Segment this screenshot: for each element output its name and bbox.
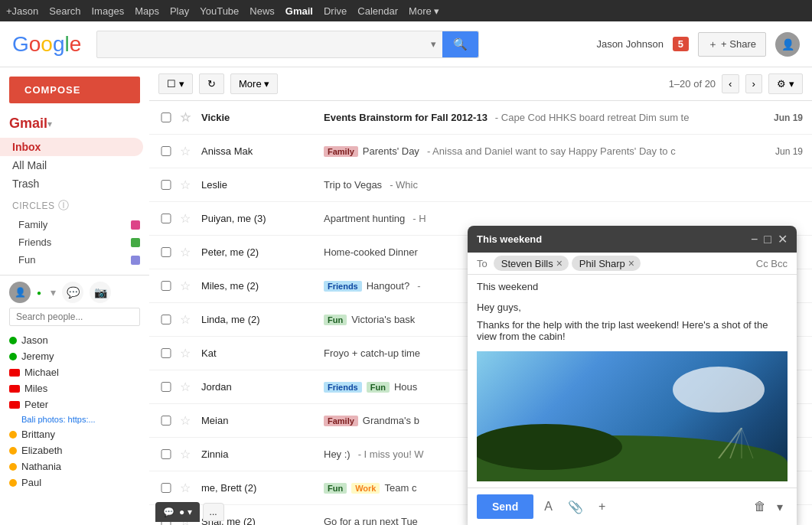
email-checkbox[interactable] (158, 449, 174, 459)
compose-to-input[interactable] (644, 258, 753, 269)
nathania-status-icon (9, 463, 17, 471)
font-formatting-button[interactable]: A (540, 497, 557, 517)
star-icon[interactable]: ☆ (180, 481, 195, 495)
brittany-name: Brittany (21, 429, 55, 440)
expand-icon[interactable]: □ (764, 233, 771, 246)
prev-page-button[interactable]: ‹ (722, 74, 739, 93)
select-all-button[interactable]: ☐ ▾ (158, 73, 193, 94)
person-item-nathania[interactable]: Nathania (9, 458, 140, 474)
settings-button[interactable]: ⚙ ▾ (768, 73, 803, 94)
topbar-calendar[interactable]: Calendar (357, 5, 398, 17)
email-checkbox[interactable] (158, 247, 174, 257)
peter-note: Bali photos: https:... (9, 415, 96, 424)
topbar-search[interactable]: Search (49, 5, 80, 17)
email-checkbox[interactable] (158, 416, 174, 426)
email-checkbox[interactable] (158, 214, 174, 223)
topbar-maps[interactable]: Maps (135, 5, 159, 17)
person-item-brittany[interactable]: Brittany (9, 426, 140, 442)
sidebar-circle-fun[interactable]: Fun (0, 251, 149, 269)
insert-icon: + (598, 500, 605, 513)
person-item-jason[interactable]: Jason (9, 332, 140, 348)
insert-link-button[interactable]: + (594, 497, 610, 517)
table-row[interactable]: ☆ Leslie Trip to Vegas - Whic (149, 168, 812, 202)
refresh-icon: ↻ (207, 78, 216, 90)
person-item-jeremy[interactable]: Jeremy (9, 348, 140, 364)
search-dropdown-button[interactable]: ▾ (425, 38, 442, 50)
person-item-elizabeth[interactable]: Elizabeth (9, 442, 140, 458)
email-checkbox[interactable] (158, 112, 174, 122)
topbar-news[interactable]: News (249, 5, 275, 17)
email-checkbox[interactable] (158, 315, 174, 324)
share-button[interactable]: ＋ + Share (698, 32, 766, 57)
star-icon[interactable]: ☆ (180, 447, 195, 461)
sidebar-item-allmail[interactable]: All Mail (0, 156, 143, 174)
elizabeth-name: Elizabeth (21, 445, 62, 456)
topbar-drive[interactable]: Drive (324, 5, 347, 17)
email-checkbox[interactable] (158, 180, 174, 190)
email-subject: Froyo + catch-up time (324, 347, 420, 359)
topbar-play[interactable]: Play (170, 5, 189, 17)
sidebar-circle-family[interactable]: Family (0, 216, 149, 233)
notification-badge[interactable]: 5 (673, 37, 689, 51)
topbar-gmail[interactable]: Gmail (285, 5, 313, 17)
email-checkbox[interactable] (158, 483, 174, 493)
sidebar-circle-friends[interactable]: Friends (0, 233, 149, 251)
chat-button[interactable]: 💬 (62, 282, 83, 303)
person-item-peter[interactable]: Peter Bali photos: https:... (9, 396, 140, 426)
sidebar-item-inbox[interactable]: Inbox (0, 138, 143, 156)
email-subject-snippet: Apartment hunting - H (324, 213, 757, 224)
email-subject-snippet: Family Parents' Day - Anissa and Daniel … (324, 145, 757, 157)
remove-recipient-icon[interactable]: × (628, 257, 634, 269)
gmail-menu[interactable]: Gmail ▾ (0, 112, 149, 138)
star-icon[interactable]: ☆ (180, 178, 195, 192)
table-row[interactable]: ☆ Vickie Events Brainstorm for Fall 2012… (149, 101, 812, 135)
next-page-button[interactable]: › (745, 74, 762, 93)
topbar-images[interactable]: Images (92, 5, 125, 17)
avatar[interactable]: 👤 (775, 32, 800, 57)
compose-header[interactable]: This weekend − □ ✕ (468, 226, 797, 253)
refresh-button[interactable]: ↻ (199, 73, 224, 94)
email-checkbox[interactable] (158, 146, 174, 156)
my-avatar[interactable]: 👤 (9, 282, 31, 303)
search-input[interactable] (97, 31, 425, 57)
circles-label: Circles (12, 201, 55, 211)
topbar-plus-jason[interactable]: +Jason (6, 5, 38, 17)
star-icon[interactable]: ☆ (180, 211, 195, 226)
email-subject: Home-cooked Dinner (324, 246, 418, 258)
star-icon[interactable]: ☆ (180, 312, 195, 327)
recipient-steven-bills[interactable]: Steven Bills × (494, 256, 569, 271)
topbar-youtube[interactable]: YouTube (200, 5, 239, 17)
star-icon[interactable]: ☆ (180, 380, 195, 394)
video-button[interactable]: 📷 (90, 282, 111, 303)
minimize-icon[interactable]: − (751, 233, 758, 246)
remove-recipient-icon[interactable]: × (556, 257, 563, 269)
more-actions-button[interactable]: More ▾ (230, 73, 278, 94)
star-icon[interactable]: ☆ (180, 245, 195, 259)
star-icon[interactable]: ☆ (180, 279, 195, 293)
attach-file-button[interactable]: 📎 (563, 497, 588, 517)
email-checkbox[interactable] (158, 281, 174, 291)
close-compose-icon[interactable]: ✕ (778, 232, 788, 246)
compose-options-button[interactable]: ▾ (772, 497, 788, 517)
email-snippet: - H (413, 213, 426, 224)
person-item-michael[interactable]: Michael (9, 364, 140, 380)
delete-draft-button[interactable]: 🗑 (751, 497, 769, 517)
table-row[interactable]: ☆ Anissa Mak Family Parents' Day - Aniss… (149, 135, 812, 168)
sidebar-item-trash[interactable]: Trash (0, 174, 143, 193)
email-checkbox[interactable] (158, 382, 174, 392)
star-icon[interactable]: ☆ (180, 413, 195, 428)
star-icon[interactable]: ☆ (180, 346, 195, 360)
person-item-miles[interactable]: Miles (9, 380, 140, 396)
star-icon[interactable]: ☆ (180, 144, 195, 158)
cc-bcc-button[interactable]: Cc Bcc (756, 258, 788, 269)
people-search-input[interactable] (9, 308, 140, 326)
person-item-paul[interactable]: Paul (9, 474, 140, 491)
star-icon[interactable]: ☆ (180, 110, 195, 125)
email-checkbox[interactable] (158, 348, 174, 358)
topbar-more[interactable]: More ▾ (409, 5, 439, 17)
recipient-phil-sharp[interactable]: Phil Sharp × (572, 256, 641, 271)
compose-button[interactable]: COMPOSE (9, 77, 140, 103)
send-button[interactable]: Send (477, 494, 533, 519)
email-subject: Victoria's bask (351, 314, 415, 325)
search-submit-button[interactable]: 🔍 (442, 31, 478, 57)
